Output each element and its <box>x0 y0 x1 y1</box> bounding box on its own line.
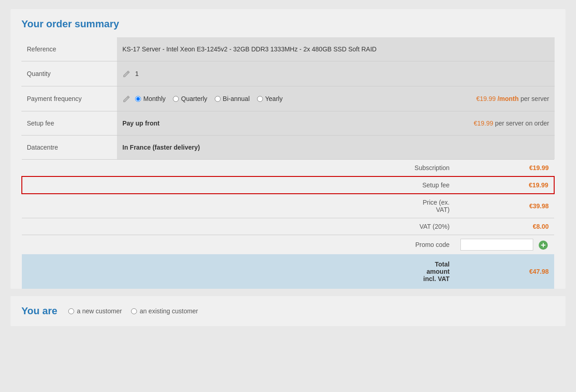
payment-frequency-row: Payment frequency <box>21 86 555 111</box>
quantity-cell: 1 <box>117 61 555 86</box>
new-customer-label: a new customer <box>77 307 122 315</box>
edit-quantity-icon <box>122 70 131 78</box>
subscription-summary-value: €19.99 <box>455 160 554 177</box>
yearly-label: Yearly <box>265 95 283 102</box>
you-are-title: You are <box>21 305 57 317</box>
setup-fee-price: €19.99 per server on order <box>474 120 549 127</box>
setup-fee-row: Setup fee Pay up front €19.99 per server… <box>21 111 555 136</box>
total-row: Total amount incl. VAT €47.98 <box>22 254 554 289</box>
new-customer-radio[interactable] <box>68 308 74 314</box>
datacentre-label: Datacentre <box>21 136 117 160</box>
existing-customer-radio[interactable] <box>131 308 137 314</box>
order-summary-title: Your order summary <box>21 18 555 30</box>
quantity-label: Quantity <box>21 61 117 86</box>
promo-code-submit-button[interactable] <box>538 240 549 251</box>
price-ex-vat-label: Price (ex. VAT) <box>409 194 455 218</box>
total-value: €47.98 <box>455 254 554 289</box>
edit-frequency-icon <box>122 95 131 103</box>
setup-fee-summary-value: €19.99 <box>455 176 554 194</box>
promo-code-row: Promo code <box>22 235 554 255</box>
new-customer-option[interactable]: a new customer <box>68 307 122 315</box>
reference-label: Reference <box>21 37 117 61</box>
setup-fee-label: Setup fee <box>21 111 117 136</box>
quantity-value: 1 <box>135 70 139 77</box>
radio-biannual[interactable]: Bi-annual <box>215 95 250 102</box>
vat-label: VAT (20%) <box>409 218 455 235</box>
radio-quarterly[interactable]: Quarterly <box>173 95 207 102</box>
payment-frequency-cell: Monthly Quarterly Bi-annual <box>117 86 555 111</box>
frequency-radio-group: Monthly Quarterly Bi-annual <box>135 95 283 102</box>
setup-fee-cell: Pay up front €19.99 per server on order <box>117 111 555 136</box>
subscription-summary-row: Subscription €19.99 <box>22 160 554 177</box>
setup-fee-summary-row: Setup fee €19.99 <box>22 176 554 194</box>
subscription-summary-label: Subscription <box>409 160 455 177</box>
you-are-options: a new customer an existing customer <box>68 307 198 315</box>
biannual-label: Bi-annual <box>223 95 250 102</box>
datacentre-value: In France (faster delivery) <box>122 144 200 151</box>
existing-customer-label: an existing customer <box>140 307 198 315</box>
radio-monthly[interactable]: Monthly <box>135 95 166 102</box>
reference-row: Reference KS-17 Server - Intel Xeon E3-1… <box>21 37 555 61</box>
you-are-section: You are a new customer an existing custo… <box>10 296 566 326</box>
radio-yearly[interactable]: Yearly <box>257 95 283 102</box>
vat-value: €8.00 <box>455 218 554 235</box>
promo-code-input[interactable] <box>460 239 533 251</box>
price-ex-vat-row: Price (ex. VAT) €39.98 <box>22 194 554 218</box>
frequency-price: €19.99 /month per server <box>476 95 549 102</box>
existing-customer-option[interactable]: an existing customer <box>131 307 198 315</box>
price-ex-vat-value: €39.98 <box>455 194 554 218</box>
reference-value: KS-17 Server - Intel Xeon E3-1245v2 - 32… <box>117 37 555 61</box>
promo-code-label: Promo code <box>409 235 455 255</box>
vat-row: VAT (20%) €8.00 <box>22 218 554 235</box>
setup-fee-summary-label: Setup fee <box>409 176 455 194</box>
quantity-row: Quantity 1 <box>21 61 555 86</box>
monthly-label: Monthly <box>143 95 166 102</box>
setup-fee-description: Pay up front <box>122 120 160 127</box>
payment-frequency-label: Payment frequency <box>21 86 117 111</box>
total-label: Total amount incl. VAT <box>409 254 455 289</box>
datacentre-row: Datacentre In France (faster delivery) <box>21 136 555 160</box>
quarterly-label: Quarterly <box>181 95 207 102</box>
datacentre-cell: In France (faster delivery) <box>117 136 555 160</box>
